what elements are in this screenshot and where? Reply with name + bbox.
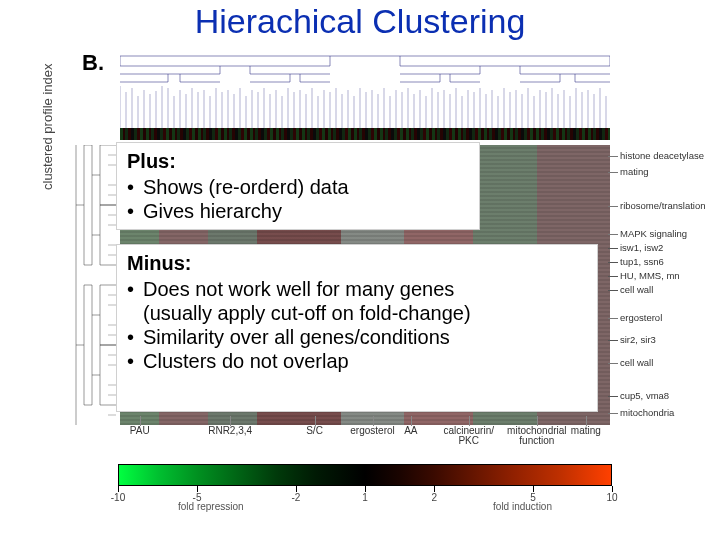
col-cat-mitochondrial-function: mitochondrial function — [507, 426, 566, 446]
minus-item-3: Clusters do not overlap — [143, 349, 587, 373]
color-scale-labels: fold repression fold induction — [118, 498, 612, 512]
anno-mitochondria: mitochondria — [620, 408, 714, 418]
col-cat-ergosterol: ergosterol — [350, 426, 394, 436]
minus-item-1: Does not work well for many genes — [143, 277, 587, 301]
minus-item-1-sub: (usually apply cut-off on fold-change) — [143, 301, 587, 325]
anno-mapk-signaling: MAPK signaling — [620, 229, 714, 239]
heatmap-top-strip — [120, 128, 610, 140]
plus-heading: Plus: — [127, 149, 469, 173]
column-cluster-annotations: PAU RNR2,3,4 S/C ergosterol AA calcineur… — [120, 426, 610, 454]
col-cat-rnr234: RNR2,3,4 — [208, 426, 252, 436]
scale-label-induction: fold induction — [493, 501, 552, 512]
anno-histone-deacetylase: histone deacetylase — [620, 151, 714, 161]
color-scale-gradient — [118, 464, 612, 486]
plus-item-2: Gives hierarchy — [143, 199, 469, 223]
anno-mating: mating — [620, 167, 714, 177]
anno-sir2-sir3: sir2, sir3 — [620, 335, 714, 345]
anno-hu-mms-mn: HU, MMS, mn — [620, 271, 714, 281]
anno-cell-wall-2: cell wall — [620, 358, 714, 368]
col-cat-pau: PAU — [130, 426, 150, 436]
col-cat-sc: S/C — [306, 426, 323, 436]
anno-cup5-vma8: cup5, vma8 — [620, 391, 714, 401]
color-scale-ticks: -10 -5 -2 1 2 5 10 — [118, 486, 612, 498]
panel-label: B. — [82, 50, 104, 76]
col-cat-mating: mating — [571, 426, 601, 436]
color-scale: -10 -5 -2 1 2 5 10 fold repression fold … — [118, 464, 612, 524]
minus-item-2: Similarity over all genes/conditions — [143, 325, 587, 349]
anno-cell-wall-1: cell wall — [620, 285, 714, 295]
anno-isw1-isw2: isw1, isw2 — [620, 243, 714, 253]
bullet-icon: • — [127, 175, 143, 199]
scale-label-repression: fold repression — [178, 501, 244, 512]
bullet-icon: • — [127, 277, 143, 301]
bullet-icon: • — [127, 199, 143, 223]
anno-ergosterol: ergosterol — [620, 313, 714, 323]
minus-heading: Minus: — [127, 251, 587, 275]
y-axis-label: clustered profile index — [40, 64, 55, 190]
column-dendrogram — [120, 46, 610, 128]
col-cat-calcineurin-pkc: calcineurin/ PKC — [443, 426, 494, 446]
anno-ribosome-translation: ribosome/translation — [620, 201, 714, 211]
slide-title: Hierachical Clustering — [0, 4, 720, 40]
minus-box: Minus: •Does not work well for many gene… — [116, 244, 598, 412]
row-dendrogram — [72, 145, 116, 425]
anno-tup1-ssn6: tup1, ssn6 — [620, 257, 714, 267]
slide: Hierachical Clustering B. — [0, 0, 720, 540]
bullet-icon: • — [127, 349, 143, 373]
plus-item-1: Shows (re-orderd) data — [143, 175, 469, 199]
plus-box: Plus: •Shows (re-orderd) data •Gives hie… — [116, 142, 480, 230]
bullet-icon: • — [127, 325, 143, 349]
row-cluster-annotations: histone deacetylase mating ribosome/tran… — [614, 145, 714, 425]
col-cat-aa: AA — [404, 426, 417, 436]
